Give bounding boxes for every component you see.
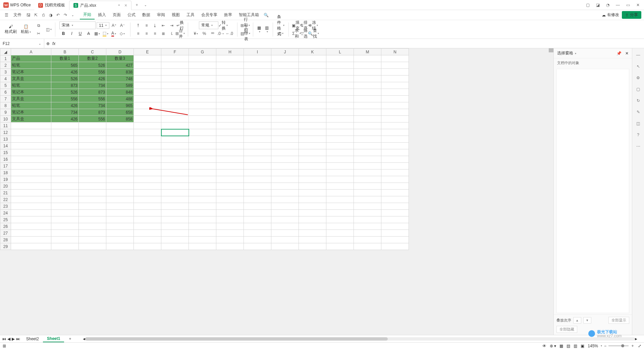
font-name-select[interactable]: 宋体▾ — [59, 21, 96, 29]
cell-J19[interactable] — [271, 176, 299, 183]
percent-icon[interactable]: % — [201, 30, 208, 37]
menu-review[interactable]: 审阅 — [154, 11, 168, 19]
cell-A13[interactable] — [11, 136, 51, 143]
zoom-out-icon[interactable]: − — [604, 344, 606, 348]
maximize-button[interactable]: ▭ — [623, 1, 633, 9]
cell-M20[interactable] — [354, 183, 381, 190]
cell-G27[interactable] — [189, 230, 216, 237]
cell-L23[interactable] — [326, 203, 354, 210]
font-color-button[interactable]: A▾ — [110, 30, 117, 37]
fill-color-button[interactable]: ⬚▾ — [102, 30, 109, 37]
cell-J9[interactable] — [271, 109, 299, 116]
col-header-E[interactable]: E — [134, 49, 161, 55]
cell-N12[interactable] — [381, 129, 409, 136]
cell-J7[interactable] — [271, 96, 299, 102]
cell-A2[interactable]: 铅笔 — [11, 62, 51, 69]
eye-icon[interactable]: 👁 — [542, 344, 546, 348]
decrease-font-icon[interactable]: A⁻ — [119, 22, 126, 29]
cell-G8[interactable] — [189, 102, 216, 109]
cell-E6[interactable] — [134, 89, 161, 96]
cell-F3[interactable] — [161, 69, 189, 76]
cell-G28[interactable] — [189, 237, 216, 243]
cell-G10[interactable] — [189, 116, 216, 122]
cell-A22[interactable] — [11, 196, 51, 203]
cell-D7[interactable]: 488 — [106, 96, 134, 102]
cell-L19[interactable] — [326, 176, 354, 183]
clear-format-button[interactable]: ◇▾ — [118, 30, 126, 37]
cell-K19[interactable] — [299, 176, 326, 183]
cell-J15[interactable] — [271, 149, 299, 156]
cell-G5[interactable] — [189, 82, 216, 89]
cell-A19[interactable] — [11, 176, 51, 183]
cell-K1[interactable] — [299, 55, 326, 62]
indent-inc-icon[interactable]: ⇥ — [168, 22, 175, 29]
cell-G2[interactable] — [189, 62, 216, 69]
cell-J24[interactable] — [271, 210, 299, 216]
cell-N8[interactable] — [381, 102, 409, 109]
cell-L10[interactable] — [326, 116, 354, 122]
cell-N17[interactable] — [381, 163, 409, 169]
cell-A29[interactable] — [11, 243, 51, 250]
cell-I29[interactable] — [244, 243, 271, 250]
cell-B3[interactable]: 426 — [51, 69, 79, 76]
cell-C6[interactable]: 873 — [79, 89, 106, 96]
cell-J1[interactable] — [271, 55, 299, 62]
show-all-button[interactable]: 全部显示 — [608, 317, 629, 324]
cell-C20[interactable] — [79, 183, 106, 190]
cell-L12[interactable] — [326, 129, 354, 136]
cell-J2[interactable] — [271, 62, 299, 69]
indent-dec-icon[interactable]: ⇤ — [160, 22, 167, 29]
cell-C11[interactable] — [79, 122, 106, 129]
cell-D6[interactable]: 848 — [106, 89, 134, 96]
cell-I21[interactable] — [244, 190, 271, 196]
collapse-rail-icon[interactable]: — — [635, 52, 642, 58]
currency-icon[interactable]: ¥▾ — [192, 30, 200, 37]
cell-C1[interactable]: 数量2 — [79, 55, 106, 62]
close-button[interactable]: ✕ — [633, 1, 643, 9]
cell-B25[interactable] — [51, 216, 79, 223]
cell-K17[interactable] — [299, 163, 326, 169]
cell-K29[interactable] — [299, 243, 326, 250]
cell-H16[interactable] — [216, 156, 244, 163]
cell-F16[interactable] — [161, 156, 189, 163]
cell-K3[interactable] — [299, 69, 326, 76]
cell-D23[interactable] — [106, 203, 134, 210]
cell-A4[interactable]: 文具盒 — [11, 76, 51, 82]
cell-B9[interactable]: 734 — [51, 109, 79, 116]
format-brush-button[interactable]: 🖌格式刷 — [3, 23, 18, 35]
cell-D5[interactable]: 589 — [106, 82, 134, 89]
cell-L13[interactable] — [326, 136, 354, 143]
cell-E2[interactable] — [134, 62, 161, 69]
col-header-F[interactable]: F — [161, 49, 189, 55]
align-center-icon[interactable]: ≡ — [143, 30, 150, 37]
refresh-rail-icon[interactable]: ↻ — [635, 97, 642, 104]
find-button[interactable]: 🔍 查找▾ — [310, 30, 317, 37]
cell-H25[interactable] — [216, 216, 244, 223]
cell-E4[interactable] — [134, 76, 161, 82]
cell-M14[interactable] — [354, 143, 381, 149]
cell-K9[interactable] — [299, 109, 326, 116]
cell-H22[interactable] — [216, 196, 244, 203]
cell-M8[interactable] — [354, 102, 381, 109]
cell-A26[interactable] — [11, 223, 51, 230]
increase-font-icon[interactable]: A⁺ — [110, 22, 118, 29]
cell-E25[interactable] — [134, 216, 161, 223]
cell-D17[interactable] — [106, 163, 134, 169]
col-header-D[interactable]: D — [106, 49, 134, 55]
cell-N2[interactable] — [381, 62, 409, 69]
cell-D11[interactable] — [106, 122, 134, 129]
merge-button[interactable]: ⊞ 合并▾ — [176, 30, 184, 37]
pane-rail-icon[interactable]: ◫ — [635, 120, 642, 127]
share-button[interactable]: ⇪ 分享 — [622, 11, 641, 19]
cell-F26[interactable] — [161, 223, 189, 230]
cell-D28[interactable] — [106, 237, 134, 243]
cell-A24[interactable] — [11, 210, 51, 216]
cell-L1[interactable] — [326, 55, 354, 62]
vertical-scrollbar[interactable] — [549, 48, 553, 335]
cell-J5[interactable] — [271, 82, 299, 89]
hamburger-icon[interactable]: ☰ — [3, 11, 10, 19]
name-box[interactable]: F12 ⌄ — [0, 39, 44, 48]
cell-K24[interactable] — [299, 210, 326, 216]
cell-G13[interactable] — [189, 136, 216, 143]
cell-L14[interactable] — [326, 143, 354, 149]
